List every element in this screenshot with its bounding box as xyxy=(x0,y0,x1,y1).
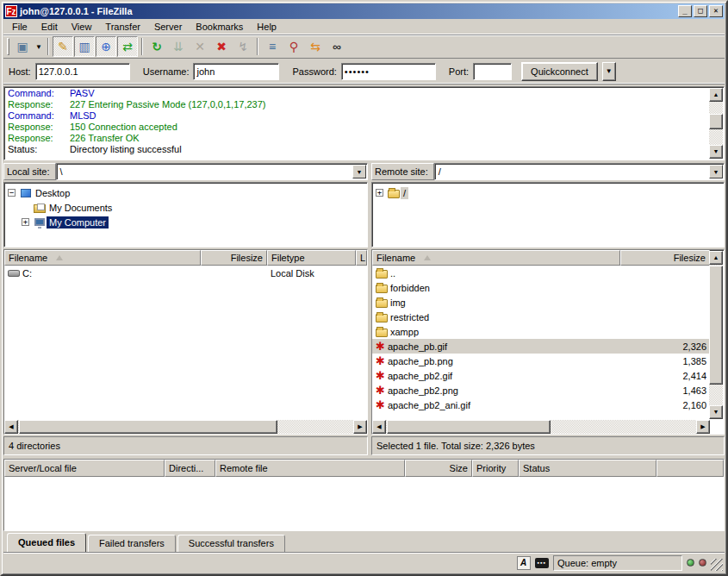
quickconnect-button[interactable]: Quickconnect xyxy=(521,62,598,81)
local-directory-tree[interactable]: − Desktop My Documents + My Computer xyxy=(3,182,368,247)
file-row[interactable]: .. xyxy=(372,266,710,280)
disconnect-button[interactable]: ✖ xyxy=(211,36,232,57)
filter-button[interactable]: ≡ xyxy=(262,36,283,57)
tree-item-root[interactable]: + / xyxy=(374,185,722,200)
close-button[interactable]: ✕ xyxy=(709,5,723,17)
collapse-icon[interactable]: − xyxy=(8,189,16,197)
site-manager-button[interactable]: ▣ xyxy=(12,36,33,57)
column-header-filename[interactable]: Filename xyxy=(372,250,620,266)
minimize-button[interactable]: _ xyxy=(678,5,692,17)
menu-bookmarks[interactable]: Bookmarks xyxy=(189,20,250,34)
cancel-icon: ✕ xyxy=(195,40,205,53)
message-log[interactable]: Command:PASV Response:227 Entering Passi… xyxy=(3,86,725,160)
column-header-size[interactable]: Size xyxy=(405,460,472,477)
tab-failed-transfers[interactable]: Failed transfers xyxy=(88,535,176,552)
activity-led-green-icon xyxy=(687,559,694,567)
drive-icon xyxy=(8,270,20,277)
remote-site-combobox[interactable]: / ▼ xyxy=(434,163,725,180)
column-header-filename[interactable]: Filename xyxy=(4,250,201,266)
scroll-right-icon[interactable]: ▶ xyxy=(353,420,367,434)
port-input[interactable] xyxy=(473,63,512,80)
tree-item-desktop[interactable]: − Desktop xyxy=(6,185,365,200)
remote-horizontal-scrollbar[interactable]: ◀ ▶ xyxy=(372,420,710,434)
file-row[interactable]: restricted xyxy=(372,310,710,324)
scroll-down-icon[interactable]: ▼ xyxy=(709,405,723,419)
file-row-c-drive[interactable]: C: Local Disk xyxy=(4,266,367,280)
title-bar[interactable]: Fz john@127.0.0.1 - FileZilla _ □ ✕ xyxy=(3,3,725,19)
host-input[interactable] xyxy=(35,63,130,80)
scrollbar-thumb[interactable] xyxy=(19,420,277,434)
menu-server[interactable]: Server xyxy=(147,20,189,34)
column-header-filesize[interactable]: Filesize xyxy=(620,250,710,266)
remote-directory-tree[interactable]: + / xyxy=(371,182,725,247)
remote-list-body[interactable]: .. forbidden img restricted xampp ✱apach… xyxy=(372,266,710,420)
column-header-filesize[interactable]: Filesize xyxy=(201,250,267,266)
scroll-left-icon[interactable]: ◀ xyxy=(372,420,386,434)
scrollbar-thumb[interactable] xyxy=(387,420,551,434)
file-row[interactable]: forbidden xyxy=(372,280,710,295)
folder-icon xyxy=(376,285,388,293)
site-manager-dropdown[interactable]: ▼ xyxy=(34,36,44,57)
local-list-body[interactable]: C: Local Disk xyxy=(4,266,367,420)
menu-file[interactable]: File xyxy=(5,20,34,34)
synchronized-browsing-button[interactable]: ⇆ xyxy=(305,36,326,57)
file-row[interactable]: ✱apache_pb2.png1,463 xyxy=(372,383,710,398)
transfer-type-ascii-icon[interactable]: A xyxy=(517,556,531,570)
process-queue-button[interactable]: ⇊ xyxy=(168,36,189,57)
tab-successful-transfers[interactable]: Successful transfers xyxy=(177,535,285,552)
remote-tree-toggle-icon: ⊕ xyxy=(101,40,111,53)
column-header-server-local-file[interactable]: Server/Local file xyxy=(4,460,165,477)
expand-icon[interactable]: + xyxy=(22,218,29,226)
scrollbar-thumb[interactable] xyxy=(709,266,723,385)
refresh-button[interactable]: ↻ xyxy=(146,36,167,57)
combo-dropdown-icon[interactable]: ▼ xyxy=(709,165,723,178)
remote-vertical-scrollbar[interactable]: ▲ ▼ xyxy=(709,251,723,419)
find-files-button[interactable]: ∞ xyxy=(327,36,347,57)
column-header-remote-file[interactable]: Remote file xyxy=(215,460,405,477)
scroll-up-icon[interactable]: ▲ xyxy=(709,88,723,102)
file-row[interactable]: xampp xyxy=(372,324,710,339)
queue-body[interactable] xyxy=(4,477,724,530)
resize-grip[interactable] xyxy=(711,559,723,571)
file-row[interactable]: ✱apache_pb.png1,385 xyxy=(372,354,710,368)
column-header-priority[interactable]: Priority xyxy=(472,460,519,477)
scroll-down-icon[interactable]: ▼ xyxy=(709,145,723,159)
scrollbar-thumb[interactable] xyxy=(709,114,723,129)
directory-comparison-button[interactable]: ⚲ xyxy=(283,36,304,57)
menu-view[interactable]: View xyxy=(65,20,99,34)
queue-view-toggle-icon: ⇄ xyxy=(122,40,133,53)
file-row[interactable]: ✱apache_pb2.gif2,414 xyxy=(372,368,710,383)
quickconnect-dropdown[interactable]: ▼ xyxy=(602,62,616,81)
toggle-queue-button[interactable]: ⇄ xyxy=(117,36,138,57)
toggle-remote-tree-button[interactable]: ⊕ xyxy=(96,36,116,57)
log-vertical-scrollbar[interactable]: ▲ ▼ xyxy=(709,88,723,159)
maximize-button[interactable]: □ xyxy=(694,5,707,17)
local-site-combobox[interactable]: \ ▼ xyxy=(56,163,368,180)
file-row-selected[interactable]: ✱apache_pb.gif2,326 xyxy=(372,339,710,354)
local-horizontal-scrollbar[interactable]: ◀ ▶ xyxy=(4,420,367,434)
scroll-right-icon[interactable]: ▶ xyxy=(696,420,710,434)
tree-item-my-documents[interactable]: My Documents xyxy=(6,200,365,215)
expand-icon[interactable]: + xyxy=(376,189,383,197)
menu-help[interactable]: Help xyxy=(250,20,283,34)
combo-dropdown-icon[interactable]: ▼ xyxy=(352,165,366,178)
tree-item-my-computer[interactable]: + My Computer xyxy=(6,215,365,229)
menu-edit[interactable]: Edit xyxy=(34,20,65,34)
toggle-message-log-button[interactable]: ✎ xyxy=(53,36,73,57)
reconnect-button[interactable]: ↯ xyxy=(233,36,253,57)
encryption-indicator-icon[interactable]: ▪▪▪ xyxy=(535,558,549,568)
cancel-operation-button[interactable]: ✕ xyxy=(190,36,210,57)
column-header-status[interactable]: Status xyxy=(519,460,656,477)
scroll-up-icon[interactable]: ▲ xyxy=(709,251,723,265)
scroll-left-icon[interactable]: ◀ xyxy=(4,420,18,434)
menu-transfer[interactable]: Transfer xyxy=(98,20,147,34)
column-header-filetype[interactable]: Filetype xyxy=(267,250,356,266)
file-row[interactable]: img xyxy=(372,295,710,310)
file-row[interactable]: ✱apache_pb2_ani.gif2,160 xyxy=(372,398,710,412)
column-header-last-modified[interactable]: L xyxy=(356,250,367,266)
toggle-local-tree-button[interactable]: ▥ xyxy=(74,36,95,57)
tab-queued-files[interactable]: Queued files xyxy=(7,533,86,553)
column-header-direction[interactable]: Directi... xyxy=(165,460,215,477)
password-input[interactable] xyxy=(341,63,436,80)
username-input[interactable] xyxy=(193,63,279,80)
